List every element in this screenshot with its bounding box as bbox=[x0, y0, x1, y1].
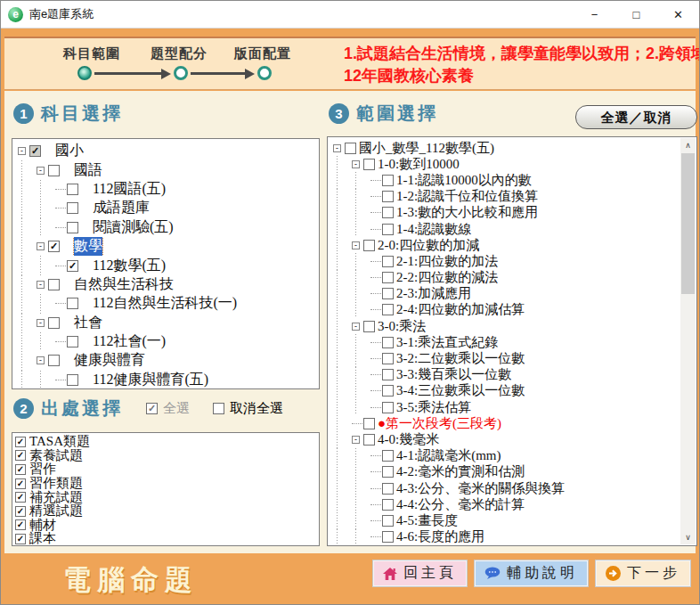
tree-checkbox[interactable] bbox=[382, 175, 394, 186]
tree-item-label[interactable]: 3-2:二位數乘以一位數 bbox=[396, 350, 525, 366]
tree-checkbox[interactable] bbox=[363, 321, 375, 332]
tree-row[interactable]: -社會 bbox=[18, 314, 319, 332]
tree-collapse-icon[interactable]: - bbox=[37, 319, 45, 327]
tree-item-label[interactable]: 社會 bbox=[74, 314, 102, 332]
tree-row[interactable]: 112社會(一) bbox=[18, 332, 319, 351]
tree-item-label[interactable]: 1-3:數的大小比較和應用 bbox=[396, 205, 538, 221]
deselect-all-checkbox[interactable] bbox=[213, 403, 224, 414]
tree-checkbox[interactable] bbox=[382, 191, 394, 202]
tree-collapse-icon[interactable]: - bbox=[352, 160, 360, 168]
tree-item-label[interactable]: 國語 bbox=[74, 161, 102, 180]
tree-item-label[interactable]: 健康與體育 bbox=[74, 351, 145, 370]
tree-row[interactable]: 4-2:毫米的實測和估測 bbox=[333, 464, 680, 480]
tree-item-label[interactable]: 2-4:四位數的加減估算 bbox=[396, 302, 525, 318]
tree-checkbox[interactable] bbox=[382, 531, 394, 543]
tree-checkbox[interactable] bbox=[382, 337, 394, 348]
tree-row[interactable]: 4-1:認識毫米(mm) bbox=[333, 448, 680, 464]
tree-item-label[interactable]: 4-6:長度的應用 bbox=[396, 529, 484, 545]
tree-checkbox[interactable] bbox=[48, 279, 60, 290]
tree-row[interactable]: 2-2:四位數的減法 bbox=[333, 270, 680, 286]
list-item-checkbox[interactable]: ✓ bbox=[15, 478, 26, 489]
tree-item-label[interactable]: 3-5:乘法估算 bbox=[396, 399, 471, 415]
tree-checkbox[interactable] bbox=[382, 515, 394, 527]
tree-item-label[interactable]: 2-2:四位數的減法 bbox=[396, 270, 498, 286]
tree-checkbox[interactable] bbox=[382, 256, 394, 267]
list-item-checkbox[interactable]: ✓ bbox=[15, 534, 26, 544]
list-item[interactable]: ✓輔材 bbox=[15, 519, 319, 533]
scroll-up-icon[interactable]: ∧ bbox=[680, 138, 696, 152]
tree-row[interactable]: -國小_數學_112數學(五) bbox=[333, 140, 680, 156]
select-all-checkbox[interactable]: ✓ bbox=[146, 403, 158, 414]
tree-item-label[interactable]: 自然與生活科技 bbox=[74, 275, 174, 294]
tree-row[interactable]: 閱讀測驗(五) bbox=[18, 218, 319, 237]
tree-checkbox[interactable] bbox=[67, 202, 78, 214]
tree-checkbox[interactable] bbox=[67, 184, 78, 195]
tree-row[interactable]: 4-5:畫長度 bbox=[333, 512, 680, 528]
tree-row[interactable]: -健康與體育 bbox=[18, 351, 319, 370]
scrollbar[interactable]: ∧ ∨ bbox=[680, 138, 696, 544]
list-item-checkbox[interactable]: ✓ bbox=[15, 464, 26, 475]
tree-row[interactable]: 1-3:數的大小比較和應用 bbox=[333, 205, 680, 221]
maximize-icon[interactable]: □ bbox=[615, 1, 657, 28]
help-button[interactable]: 輔助說明 bbox=[475, 560, 588, 586]
tree-row[interactable]: 4-4:公分、毫米的計算 bbox=[333, 496, 680, 512]
tree-checkbox[interactable] bbox=[363, 240, 375, 251]
tree-checkbox[interactable] bbox=[363, 434, 375, 446]
tree-checkbox[interactable] bbox=[345, 143, 356, 154]
tree-collapse-icon[interactable]: - bbox=[37, 242, 45, 250]
tree-row[interactable]: 3-1:乘法直式紀錄 bbox=[333, 334, 680, 350]
tree-item-label[interactable]: 2-0:四位數的加減 bbox=[378, 237, 479, 253]
tree-item-label[interactable]: 2-3:加減應用 bbox=[396, 286, 471, 302]
tree-item-label[interactable]: 1-4:認識數線 bbox=[396, 221, 471, 237]
tree-row[interactable]: 2-3:加減應用 bbox=[333, 286, 680, 302]
tree-row[interactable]: 4-3:公分、毫米的關係與換算 bbox=[333, 480, 680, 496]
tree-item-label[interactable]: 4-1:認識毫米(mm) bbox=[396, 448, 501, 464]
scroll-down-icon[interactable]: ∨ bbox=[680, 530, 696, 544]
tree-checkbox[interactable] bbox=[382, 499, 394, 511]
tree-collapse-icon[interactable]: - bbox=[37, 356, 45, 364]
next-button[interactable]: 下一步 bbox=[596, 560, 690, 586]
tree-item-label[interactable]: 成語題庫 bbox=[93, 199, 150, 217]
scrollbar-thumb[interactable] bbox=[681, 153, 695, 294]
tree-row[interactable]: 3-5:乘法估算 bbox=[333, 399, 680, 415]
tree-collapse-icon[interactable]: - bbox=[352, 436, 360, 444]
tree-collapse-icon[interactable]: - bbox=[18, 147, 26, 155]
tree-collapse-icon[interactable]: - bbox=[352, 241, 360, 249]
tree-checkbox[interactable] bbox=[382, 288, 394, 299]
tree-checkbox[interactable]: ✓ bbox=[29, 145, 41, 157]
tree-row[interactable]: -國語 bbox=[18, 160, 319, 179]
tree-row[interactable]: 112自然與生活科技(一) bbox=[18, 294, 319, 313]
close-icon[interactable]: ✕ bbox=[657, 1, 699, 28]
tree-row[interactable]: 成語題庫 bbox=[18, 199, 319, 217]
tree-row[interactable]: 4-6:長度的應用 bbox=[333, 529, 680, 545]
tree-row[interactable]: -✓國小 bbox=[18, 142, 319, 160]
tree-checkbox[interactable] bbox=[382, 483, 394, 495]
list-item-checkbox[interactable]: ✓ bbox=[15, 506, 26, 517]
tree-row[interactable]: 1-1:認識10000以內的數 bbox=[333, 172, 680, 188]
tree-item-label[interactable]: 3-3:幾百乘以一位數 bbox=[396, 367, 511, 383]
tree-row[interactable]: 3-2:二位數乘以一位數 bbox=[333, 350, 680, 366]
tree-row[interactable]: -✓數學 bbox=[18, 237, 319, 256]
tree-collapse-icon[interactable]: - bbox=[352, 323, 360, 331]
tree-checkbox[interactable] bbox=[382, 207, 394, 218]
tree-checkbox[interactable] bbox=[382, 304, 394, 315]
deselect-all-checkbox-group[interactable]: 取消全選 bbox=[213, 400, 283, 417]
tree-row[interactable]: 112國語(五) bbox=[18, 180, 319, 199]
tree-checkbox[interactable] bbox=[48, 317, 60, 329]
minimize-icon[interactable]: − bbox=[574, 1, 615, 28]
list-item-checkbox[interactable]: ✓ bbox=[15, 437, 26, 447]
list-item-checkbox[interactable]: ✓ bbox=[15, 492, 26, 503]
tree-checkbox[interactable] bbox=[48, 165, 60, 176]
select-all-checkbox-group[interactable]: ✓ 全選 bbox=[146, 400, 190, 417]
tree-checkbox[interactable] bbox=[382, 272, 394, 283]
tree-row[interactable]: ●第一次段考(三段考) bbox=[333, 415, 680, 431]
tree-row[interactable]: 112健康與體育(五) bbox=[18, 371, 319, 389]
tree-item-label[interactable]: 4-5:畫長度 bbox=[396, 512, 458, 528]
tree-item-label[interactable]: 112數學(五) bbox=[93, 257, 166, 275]
tree-checkbox[interactable]: ✓ bbox=[67, 260, 78, 272]
tree-row[interactable]: 2-4:四位數的加減估算 bbox=[333, 302, 680, 318]
tree-checkbox[interactable] bbox=[382, 353, 394, 364]
list-item[interactable]: ✓素養試題 bbox=[15, 449, 319, 463]
list-item-checkbox[interactable]: ✓ bbox=[15, 450, 26, 461]
tree-item-label[interactable]: 4-0:幾毫米 bbox=[378, 431, 439, 447]
